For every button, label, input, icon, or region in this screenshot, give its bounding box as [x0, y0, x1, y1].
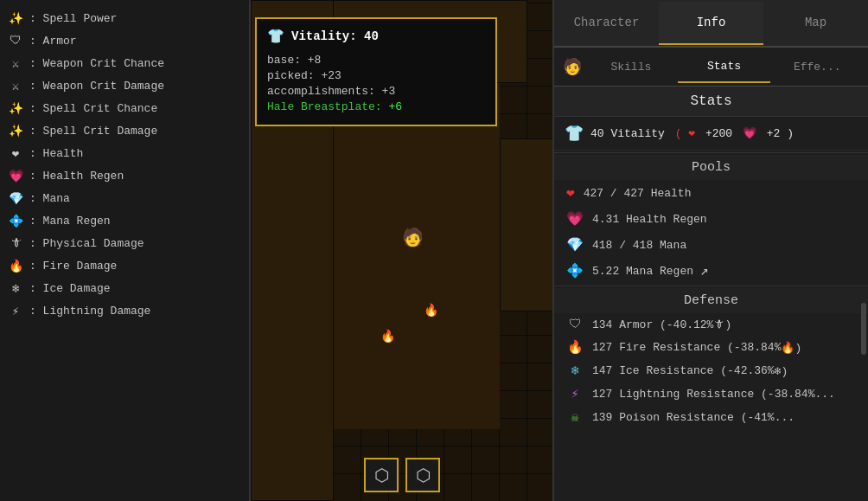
- stat-label-1: : Armor: [29, 35, 77, 48]
- stat-icon-1: 🛡: [7, 32, 24, 49]
- stat-item-spell-crit-chance[interactable]: ✨: Spell Crit Chance: [0, 97, 249, 119]
- vitality-value: 40 Vitality: [590, 127, 665, 140]
- stat-label-4: : Spell Crit Chance: [29, 102, 157, 115]
- stat-label-0: : Spell Power: [29, 12, 117, 25]
- stat-icon-3: ⚔: [7, 77, 24, 94]
- stat-item-health-regen[interactable]: 💗: Health Regen: [0, 164, 249, 187]
- mana-regen-icon: 💠: [566, 262, 584, 279]
- tooltip-row-0: base: +8: [267, 54, 485, 67]
- sub-tabs: 🧑 Skills Stats Effe...: [554, 48, 868, 87]
- defense-header: Defense: [554, 288, 868, 313]
- defense-lightning: ⚡ 127 Lightning Resistance (-38.84% ...: [554, 382, 868, 406]
- defense-poison: ☠ 139 Poison Resistance (-41% ...: [554, 406, 868, 429]
- poison-resist-icon: ☠: [566, 409, 584, 426]
- defense-poison-text: 139 Poison Resistance (-41%: [592, 411, 775, 424]
- stat-label-13: : Lightning Damage: [29, 305, 150, 318]
- lightning-resist-icon: ⚡: [566, 386, 584, 402]
- portrait-icon[interactable]: 🧑: [558, 48, 584, 85]
- defense-fire-text: 127 Fire Resistance (-38.84%: [592, 341, 781, 354]
- hud-items: ⬡ ⬡: [364, 458, 440, 492]
- stat-icon-12: ❄: [7, 279, 24, 297]
- tooltip-title: 👕 Vitality: 40: [267, 28, 485, 45]
- torch-1: 🔥: [424, 303, 438, 318]
- player-character: 🧑: [402, 225, 424, 253]
- stat-item-spell-power[interactable]: ✨: Spell Power: [0, 7, 249, 29]
- defense-poison-suffix: ...: [775, 411, 795, 424]
- stats-section-header: Stats: [554, 87, 868, 117]
- defense-fire: 🔥 127 Fire Resistance (-38.84% 🔥): [554, 336, 868, 359]
- stat-label-6: : Health: [29, 147, 83, 160]
- pool-health: ❤ 427 / 427 Health: [554, 180, 868, 206]
- hud-item-2[interactable]: ⬡: [405, 458, 440, 492]
- stat-item-lightning-damage[interactable]: ⚡: Lightning Damage: [0, 299, 249, 322]
- tab-map[interactable]: Map: [763, 2, 868, 45]
- stat-item-armor[interactable]: 🛡: Armor: [0, 29, 249, 52]
- stat-label-9: : Mana Regen: [29, 215, 111, 228]
- pool-mana: 💎 418 / 418 Mana: [554, 232, 868, 258]
- pool-mana-regen-text: 5.22 Mana Regen: [592, 265, 693, 278]
- armor-icon: 🛡: [566, 317, 584, 332]
- tooltip-row-3: Hale Breastplate: +6: [267, 100, 485, 113]
- pool-health-regen: 💗 4.31 Health Regen: [554, 206, 868, 232]
- stat-item-health[interactable]: ❤: Health: [0, 142, 249, 164]
- stat-icon-6: ❤: [7, 145, 24, 162]
- sub-tab-skills[interactable]: Skills: [584, 52, 678, 82]
- vitality-icon: 👕: [565, 124, 584, 143]
- torch-2: 🔥: [380, 329, 395, 344]
- stat-item-spell-crit-damage[interactable]: ✨: Spell Crit Damage: [0, 119, 249, 142]
- sub-tab-effects[interactable]: Effe...: [770, 52, 864, 82]
- vitality-close: ): [787, 127, 794, 140]
- tab-info[interactable]: Info: [659, 2, 763, 45]
- vitality-shield-icon: 💗: [743, 127, 756, 140]
- stat-label-8: : Mana: [29, 192, 70, 205]
- cursor: ↗: [700, 262, 709, 279]
- stat-item-weapon-crit-chance[interactable]: ⚔: Weapon Crit Chance: [0, 52, 249, 74]
- dungeon-wall-right: [500, 138, 553, 312]
- fire-resist-icon: 🔥: [566, 339, 584, 356]
- defense-ice-suffix: ❄): [775, 364, 788, 378]
- defense-fire-suffix: 🔥): [781, 341, 801, 355]
- stat-icon-10: 🗡: [7, 234, 24, 252]
- stat-item-ice-damage[interactable]: ❄: Ice Damage: [0, 277, 249, 299]
- dungeon-floor: [334, 83, 500, 429]
- right-panel: Character Info Map 🧑 Skills Stats Effe..…: [552, 0, 868, 501]
- vitality-row: 👕 40 Vitality ( ❤ +200 💗 +2 ): [554, 117, 868, 151]
- stat-label-2: : Weapon Crit Chance: [29, 57, 164, 70]
- stat-item-mana-regen[interactable]: 💠: Mana Regen: [0, 209, 249, 232]
- left-sidebar: ✨: Spell Power🛡: Armor⚔: Weapon Crit Cha…: [0, 0, 251, 501]
- stat-item-mana[interactable]: 💎: Mana: [0, 187, 249, 209]
- vitality-text: 40 Vitality ( ❤ +200 💗 +2 ): [590, 126, 794, 140]
- defense-armor-suffix: 🗡): [713, 318, 731, 331]
- defense-armor-text: 134 Armor (-40.12%: [592, 318, 713, 331]
- tooltip-row-1: picked: +23: [267, 69, 485, 82]
- stat-label-10: : Physical Damage: [29, 237, 144, 250]
- stat-icon-5: ✨: [7, 122, 24, 139]
- stat-item-fire-damage[interactable]: 🔥: Fire Damage: [0, 254, 249, 277]
- stat-label-12: : Ice Damage: [29, 282, 111, 295]
- tab-character[interactable]: Character: [554, 2, 659, 45]
- pools-header: Pools: [554, 155, 868, 180]
- tooltip-popup: 👕 Vitality: 40 base: +8picked: +23accomp…: [255, 17, 497, 126]
- stat-icon-7: 💗: [7, 167, 24, 184]
- hud-item-1[interactable]: ⬡: [364, 458, 399, 492]
- scrollbar[interactable]: [861, 303, 866, 355]
- stat-label-11: : Fire Damage: [29, 260, 117, 273]
- stat-icon-13: ⚡: [7, 302, 24, 319]
- stat-item-weapon-crit-damage[interactable]: ⚔: Weapon Crit Damage: [0, 74, 249, 97]
- stat-icon-0: ✨: [7, 10, 24, 27]
- vitality-regen-bonus: +2: [767, 127, 781, 140]
- stat-label-3: : Weapon Crit Damage: [29, 80, 164, 93]
- vitality-health-bonus: +200: [705, 127, 732, 140]
- divider-1: [554, 152, 868, 153]
- stat-label-5: : Spell Crit Damage: [29, 125, 157, 138]
- defense-lightning-text: 127 Lightning Resistance (-38.84%: [592, 388, 814, 401]
- pool-health-text: 427 / 427 Health: [584, 187, 692, 200]
- mana-icon: 💎: [566, 236, 584, 254]
- health-icon: ❤: [566, 184, 575, 202]
- sub-tab-stats[interactable]: Stats: [678, 51, 771, 83]
- tooltip-title-icon: 👕: [267, 28, 284, 45]
- pool-mana-text: 418 / 418 Mana: [592, 239, 686, 252]
- stat-item-physical-damage[interactable]: 🗡: Physical Damage: [0, 232, 249, 254]
- stat-icon-11: 🔥: [7, 257, 24, 274]
- pool-mana-regen: 💠 5.22 Mana Regen ↗: [554, 258, 868, 284]
